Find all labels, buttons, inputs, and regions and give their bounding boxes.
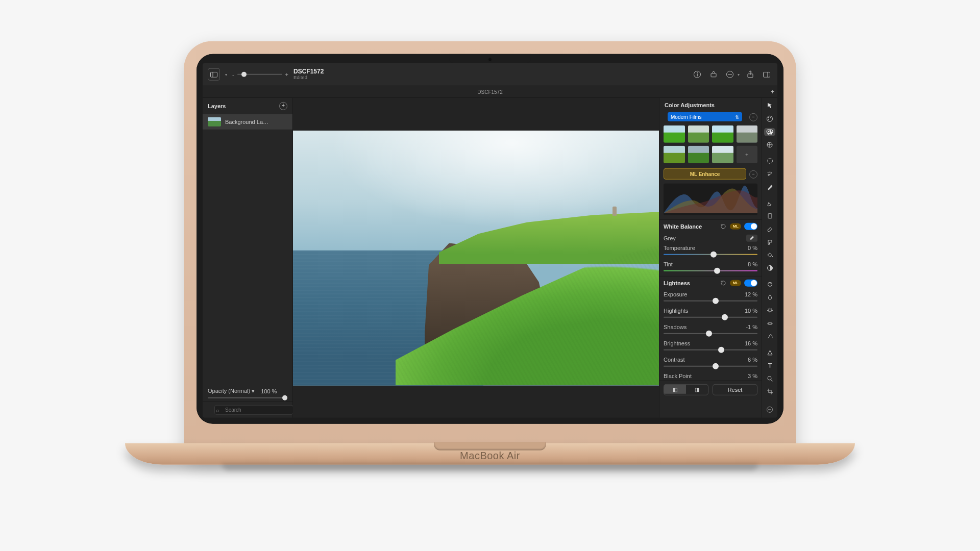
svg-point-30 [768,376,771,380]
compare-before[interactable]: ◧ [664,385,686,394]
hide-ribbon-button[interactable] [764,406,775,414]
tint-value: 8 % [748,261,757,267]
preset-dropdown[interactable]: Modern Films ⇅ [668,112,742,121]
shape-tool[interactable] [764,348,775,357]
highlights-slider[interactable] [664,315,757,319]
add-layer-button[interactable]: + [279,102,287,110]
slider-knob[interactable] [722,314,728,320]
effects-tool[interactable] [764,141,775,149]
slider-knob[interactable] [713,298,719,304]
info-button[interactable] [692,69,703,80]
opacity-slider[interactable] [203,397,292,402]
split-compare-segment[interactable]: ◧ ◨ [664,384,708,395]
tab-strip: DSCF1572 + [203,86,777,98]
svg-point-19 [767,159,772,164]
warp-tool[interactable] [764,333,775,341]
layers-header: Layers + [203,98,292,114]
ml-chip[interactable]: ML [730,280,741,286]
opacity-value: 100 % [261,388,277,394]
lightness-toggle[interactable] [744,280,757,287]
brightness-slider[interactable] [664,348,757,352]
eyedropper-button[interactable] [746,235,757,242]
sharpen-tool[interactable] [764,307,775,315]
inspector-toggle-button[interactable] [761,69,772,80]
zoom-out-label: - [232,71,234,78]
exposure-value: 12 % [745,291,757,297]
zoom-track[interactable] [237,74,282,75]
slider-knob[interactable] [718,347,724,353]
white-balance-toggle[interactable] [744,223,757,230]
zoom-tool[interactable] [764,374,775,383]
paint-tool[interactable] [764,238,775,246]
replace-image-button[interactable] [708,69,719,80]
contrast-slider[interactable] [664,364,757,368]
slider-knob[interactable] [710,252,717,258]
opacity-knob[interactable] [282,395,287,400]
inspector-heading: Color Adjustments [659,98,762,112]
trackpad-lip [434,442,546,450]
brush-tool[interactable] [764,212,775,220]
eraser-tool[interactable] [764,225,775,233]
compare-after[interactable]: ◨ [686,385,708,394]
brightness-value: 16 % [745,340,757,346]
chevron-updown-icon: ⇅ [735,114,739,119]
svg-point-20 [768,174,770,176]
tab-label[interactable]: DSCF1572 [477,89,502,94]
layers-heading: Layers [208,103,226,109]
share-button[interactable] [745,69,756,80]
lasso-tool[interactable] [764,170,775,178]
preset-thumb[interactable] [688,126,709,143]
preset-thumb[interactable] [664,126,685,143]
exposure-slider[interactable] [664,299,757,303]
pen-tool[interactable] [764,199,775,207]
magic-wand-tool[interactable] [764,183,775,191]
camera-dot [488,58,492,62]
add-tab-button[interactable]: + [771,88,774,95]
clone-tool[interactable] [764,281,775,289]
shadows-slider[interactable] [664,332,757,336]
preset-thumb[interactable] [712,126,733,143]
preset-remove-button[interactable]: − [749,113,757,121]
temperature-slider[interactable] [664,253,757,257]
section-title: White Balance [664,223,702,230]
layer-row-background[interactable]: Background La… [203,114,292,130]
type-tool[interactable] [764,362,775,370]
reset-icon[interactable] [720,280,727,287]
reset-icon[interactable] [720,223,727,230]
fill-tool[interactable] [764,251,775,259]
reset-button[interactable]: Reset [713,384,757,395]
zoom-knob[interactable] [241,72,247,77]
marquee-tool[interactable] [764,157,775,165]
temperature-label: Temperature [664,245,695,251]
layer-search-input[interactable] [214,405,293,415]
layers-sidebar: Layers + Background La… Opacity (Normal)… [203,98,293,418]
color-adjust-tool[interactable] [764,128,775,136]
ml-chip[interactable]: ML [730,223,741,230]
preset-thumb[interactable] [688,146,709,163]
brightness-label: Brightness [664,340,690,346]
preset-thumb[interactable] [712,146,733,163]
style-tool[interactable] [764,115,775,123]
ml-enhance-button[interactable]: ML Enhance [664,168,746,180]
crop-tool[interactable] [764,388,775,396]
ml-remove-button[interactable]: − [749,170,757,179]
smudge-tool[interactable] [764,293,775,302]
slider-knob[interactable] [706,331,712,337]
tint-slider[interactable] [664,269,757,273]
effects-button[interactable] [724,69,736,80]
repair-tool[interactable] [764,319,775,328]
preset-thumb[interactable] [737,126,758,143]
sidebar-toggle-button[interactable] [208,68,220,81]
preset-thumb[interactable] [664,146,685,163]
document-image[interactable] [293,130,659,385]
laptop-screen: ▾ - + DSCF1572 Edited [197,54,783,424]
highlights-value: 10 % [745,308,757,314]
slider-knob[interactable] [713,363,719,369]
gradient-tool[interactable] [764,264,775,272]
arrow-tool[interactable] [764,102,775,110]
zoom-slider[interactable]: - + [232,71,288,78]
slider-knob[interactable] [714,268,720,274]
opacity-control[interactable]: Opacity (Normal) ▾ 100 % [203,385,292,397]
canvas[interactable] [293,98,659,418]
preset-add-button[interactable]: + [737,146,758,163]
